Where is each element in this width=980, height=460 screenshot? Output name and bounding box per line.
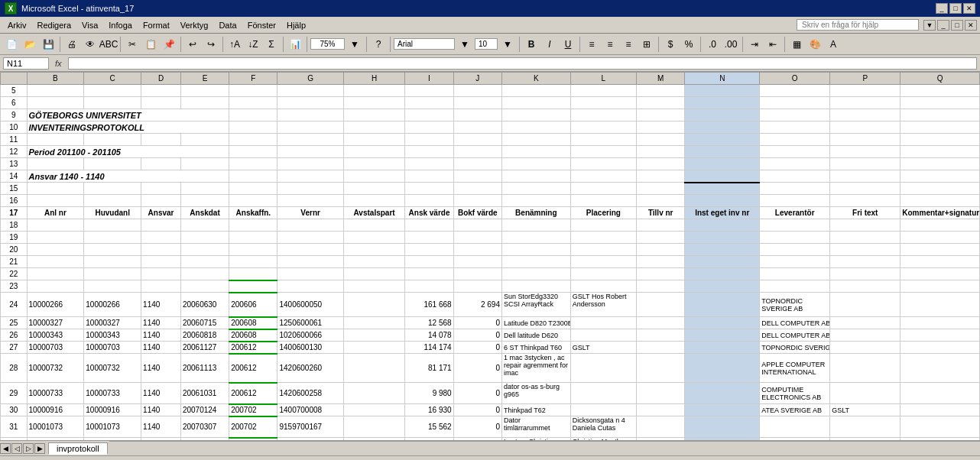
minimize-button[interactable]: _ (936, 3, 948, 14)
toolbar-sep-2 (120, 37, 121, 52)
sheet-scroll-right[interactable]: ▶ (34, 443, 45, 454)
sheet-tab-invprotokoll[interactable]: invprotokoll (48, 442, 108, 455)
sheet-scroll-left2[interactable]: ◁ (11, 443, 22, 454)
sheet-tab-bar: ◀ ◁ ▷ ▶ invprotokoll (0, 440, 980, 455)
table-row: 20 (1, 244, 980, 256)
dec-decrease-button[interactable]: .00 (722, 36, 739, 53)
title-bar: X Microsoft Excel - atinventa_17 _ □ ✕ (0, 0, 980, 17)
align-right-button[interactable]: ≡ (620, 36, 637, 53)
maximize-button[interactable]: □ (949, 3, 962, 14)
merge-button[interactable]: ⊞ (638, 36, 655, 53)
italic-button[interactable]: I (541, 36, 558, 53)
question-button[interactable]: ? (370, 36, 387, 53)
col-j-header[interactable]: J (453, 73, 501, 85)
col-n-header[interactable]: N (685, 73, 760, 85)
col-i-header[interactable]: I (405, 73, 453, 85)
spell-button[interactable]: ABC (100, 36, 117, 53)
row-num: 11 (1, 134, 28, 146)
menu-infoga[interactable]: Infoga (104, 19, 137, 31)
title-bar-text: Microsoft Excel - atinventa_17 (21, 4, 134, 13)
cut-button[interactable]: ✂ (124, 36, 141, 53)
menu-verktyg[interactable]: Verktyg (176, 19, 213, 31)
border-button[interactable]: ▦ (788, 36, 805, 53)
chart-button[interactable]: 📊 (287, 36, 303, 53)
menu-data[interactable]: Data (214, 19, 241, 31)
fontsize-dropdown[interactable]: ▼ (499, 36, 516, 53)
menu-visa[interactable]: Visa (77, 19, 102, 31)
print-button[interactable]: 🖨 (63, 36, 80, 53)
sheet-scroll-left[interactable]: ◀ (0, 443, 11, 454)
menu-arkiv[interactable]: Arkiv (3, 19, 31, 31)
col-m-header[interactable]: M (637, 73, 685, 85)
sort-asc-button[interactable]: ↑A (226, 36, 243, 53)
copy-button[interactable]: 📋 (142, 36, 159, 53)
col-header-anlnr: Anl nr (27, 207, 84, 219)
toolbar-sep-4 (222, 37, 223, 52)
sheet-scroll-right2[interactable]: ▷ (23, 443, 34, 454)
font-dropdown[interactable]: ▼ (456, 36, 473, 53)
fontcolor-button[interactable]: A (825, 36, 842, 53)
app-minimize-button[interactable]: _ (937, 20, 949, 31)
autosum-button[interactable]: Σ (263, 36, 280, 53)
table-row: 30 10000916 10000916 1140 20070124 20070… (1, 404, 980, 416)
fillcolor-button[interactable]: 🎨 (806, 36, 823, 53)
sort-desc-button[interactable]: ↓Z (245, 36, 261, 53)
menu-format[interactable]: Format (138, 19, 174, 31)
redo-button[interactable]: ↪ (203, 36, 219, 53)
close-button[interactable]: ✕ (963, 3, 975, 14)
app-close-button[interactable]: ✕ (965, 20, 977, 31)
spreadsheet-table: B C D E F G H I J K L M N O P Q (0, 72, 980, 440)
app-restore-button[interactable]: □ (951, 20, 963, 31)
percent-button[interactable]: % (680, 36, 697, 53)
menu-fonster[interactable]: Fönster (243, 19, 281, 31)
underline-button[interactable]: U (560, 36, 576, 53)
cell-reference-input[interactable] (3, 57, 49, 70)
col-header-benamning: Benämning (501, 207, 570, 219)
table-row: 14 Ansvar 1140 - 1140 (1, 170, 980, 183)
col-header-huvudanl: Huvudanl (84, 207, 141, 219)
formula-input[interactable] (68, 57, 977, 70)
currency-button[interactable]: $ (662, 36, 679, 53)
col-c-header[interactable]: C (84, 73, 141, 85)
table-row: 16 (1, 195, 980, 207)
paste-button[interactable]: 📌 (161, 36, 177, 53)
help-search-input[interactable] (797, 19, 919, 31)
indent-button[interactable]: ⇥ (746, 36, 763, 53)
menu-hjalp[interactable]: Hjälp (282, 19, 310, 31)
scroll-area[interactable]: B C D E F G H I J K L M N O P Q (0, 72, 980, 440)
toolbar-standard: 📄 📂 💾 🖨 👁 ABC ✂ 📋 📌 ↩ ↪ ↑A ↓Z Σ 📊 ▼ ? ▼ … (0, 34, 980, 55)
col-g-header[interactable]: G (277, 73, 343, 85)
fontsize-input[interactable] (475, 38, 498, 50)
zoom-input[interactable] (310, 38, 345, 50)
font-input[interactable] (394, 38, 455, 50)
col-b-header[interactable]: B (27, 73, 84, 85)
help-dropdown[interactable]: ▼ (923, 20, 936, 31)
menu-redigera[interactable]: Redigera (32, 19, 76, 31)
col-o-header[interactable]: O (760, 73, 830, 85)
col-l-header[interactable]: L (570, 73, 636, 85)
undo-button[interactable]: ↩ (184, 36, 201, 53)
align-left-button[interactable]: ≡ (583, 36, 600, 53)
bold-button[interactable]: B (523, 36, 540, 53)
save-button[interactable]: 💾 (40, 36, 57, 53)
col-h-header[interactable]: H (343, 73, 405, 85)
col-p-header[interactable]: P (830, 73, 900, 85)
row-num: 10 (1, 121, 28, 134)
open-button[interactable]: 📂 (21, 36, 38, 53)
dec-increase-button[interactable]: .0 (704, 36, 721, 53)
col-header-tillvnr: Tillv nr (637, 207, 685, 219)
col-k-header[interactable]: K (501, 73, 570, 85)
col-e-header[interactable]: E (180, 73, 229, 85)
zoom-dropdown[interactable]: ▼ (346, 36, 363, 53)
toolbar-sep-3 (180, 37, 181, 52)
table-row: 13 (1, 158, 980, 170)
col-f-header[interactable]: F (229, 73, 277, 85)
col-d-header[interactable]: D (141, 73, 181, 85)
new-button[interactable]: 📄 (3, 36, 20, 53)
col-header-avstalspart: Avstalspart (343, 207, 405, 219)
table-row: 15 (1, 183, 980, 195)
col-q-header[interactable]: Q (900, 73, 980, 85)
align-center-button[interactable]: ≡ (602, 36, 618, 53)
outdent-button[interactable]: ⇤ (764, 36, 781, 53)
preview-button[interactable]: 👁 (82, 36, 99, 53)
